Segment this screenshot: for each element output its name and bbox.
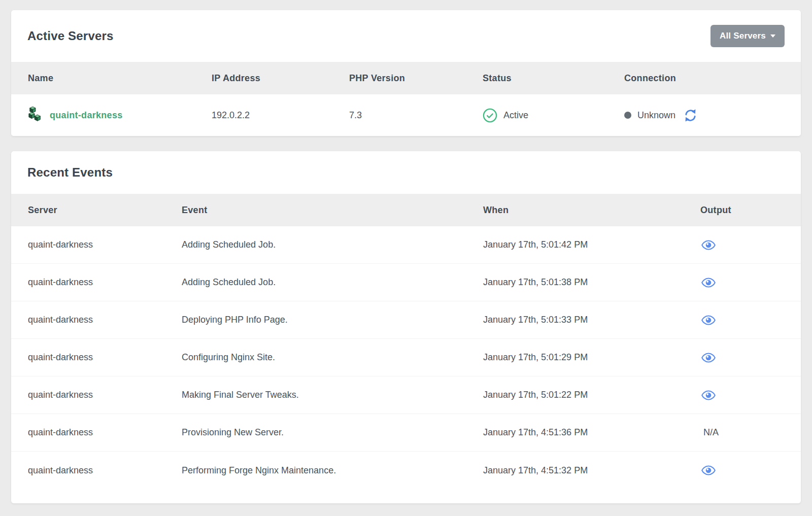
- refresh-connection-icon[interactable]: [684, 109, 697, 122]
- view-output-eye-icon[interactable]: [701, 278, 716, 288]
- column-header-event: Event: [182, 205, 483, 216]
- event-timestamp: January 17th, 4:51:36 PM: [483, 427, 700, 438]
- server-php-version: 7.3: [349, 110, 483, 121]
- server-name-link[interactable]: quaint-darkness: [50, 110, 123, 121]
- view-output-eye-icon[interactable]: [701, 390, 716, 400]
- event-server: quaint-darkness: [11, 427, 182, 438]
- column-header-output: Output: [700, 205, 801, 216]
- view-output-eye-icon[interactable]: [701, 353, 716, 363]
- event-output-cell: [700, 465, 801, 475]
- chevron-down-icon: [770, 35, 775, 38]
- event-timestamp: January 17th, 5:01:22 PM: [483, 390, 700, 400]
- table-row: quaint-darkness 192.0.2.2 7.3 Active Unk…: [11, 94, 801, 136]
- event-description: Provisioning New Server.: [182, 427, 483, 438]
- column-header-server: Server: [11, 205, 182, 216]
- event-description: Making Final Server Tweaks.: [182, 390, 483, 400]
- no-output-label: N/A: [703, 427, 719, 438]
- table-row: quaint-darkness Adding Scheduled Job. Ja…: [11, 264, 801, 301]
- column-header-when: When: [483, 205, 700, 216]
- recent-events-title: Recent Events: [27, 165, 113, 180]
- recent-events-card: Recent Events Server Event When Output q…: [11, 151, 801, 503]
- event-server: quaint-darkness: [11, 239, 182, 250]
- server-icon: [28, 107, 43, 124]
- server-ip: 192.0.2.2: [212, 110, 349, 121]
- table-row: quaint-darkness Deploying PHP Info Page.…: [11, 301, 801, 339]
- server-connection-cell: Unknown: [624, 109, 801, 122]
- event-description: Adding Scheduled Job.: [182, 239, 483, 250]
- active-servers-table-header: Name IP Address PHP Version Status Conne…: [11, 62, 801, 94]
- column-header-status: Status: [483, 73, 624, 84]
- active-servers-title: Active Servers: [27, 29, 114, 43]
- view-output-eye-icon[interactable]: [701, 465, 716, 475]
- status-active-check-icon: [483, 108, 497, 123]
- event-server: quaint-darkness: [11, 465, 182, 476]
- column-header-ip: IP Address: [212, 73, 349, 84]
- event-description: Deploying PHP Info Page.: [182, 315, 483, 325]
- server-connection-label: Unknown: [637, 110, 675, 121]
- column-header-name: Name: [11, 73, 212, 84]
- event-description: Performing Forge Nginx Maintenance.: [182, 465, 483, 476]
- event-description: Configuring Nginx Site.: [182, 352, 483, 363]
- active-servers-card: Active Servers All Servers Name IP Addre…: [11, 10, 801, 136]
- table-row: quaint-darkness Performing Forge Nginx M…: [11, 452, 801, 489]
- event-output-cell: [700, 240, 801, 250]
- connection-status-dot-icon: [624, 112, 631, 119]
- event-timestamp: January 17th, 5:01:29 PM: [483, 352, 700, 363]
- event-description: Adding Scheduled Job.: [182, 277, 483, 288]
- event-timestamp: January 17th, 5:01:38 PM: [483, 277, 700, 288]
- recent-events-header: Recent Events: [11, 151, 801, 194]
- event-timestamp: January 17th, 5:01:33 PM: [483, 315, 700, 325]
- event-server: quaint-darkness: [11, 315, 182, 325]
- view-output-eye-icon[interactable]: [701, 315, 716, 325]
- event-server: quaint-darkness: [11, 277, 182, 288]
- table-row: quaint-darkness Configuring Nginx Site. …: [11, 339, 801, 376]
- all-servers-dropdown-button[interactable]: All Servers: [710, 25, 785, 47]
- event-server: quaint-darkness: [11, 390, 182, 400]
- recent-events-table-header: Server Event When Output: [11, 194, 801, 226]
- table-row: quaint-darkness Making Final Server Twea…: [11, 376, 801, 414]
- event-output-cell: [700, 353, 801, 363]
- event-output-cell: [700, 315, 801, 325]
- column-header-php-version: PHP Version: [349, 73, 483, 84]
- active-servers-header: Active Servers All Servers: [11, 10, 801, 62]
- server-status-cell: Active: [483, 108, 624, 123]
- server-status-label: Active: [503, 110, 528, 121]
- view-output-eye-icon[interactable]: [701, 240, 716, 250]
- event-timestamp: January 17th, 5:01:42 PM: [483, 239, 700, 250]
- event-server: quaint-darkness: [11, 352, 182, 363]
- event-timestamp: January 17th, 4:51:32 PM: [483, 465, 700, 476]
- table-row: quaint-darkness Provisioning New Server.…: [11, 414, 801, 452]
- recent-events-table-body: quaint-darkness Adding Scheduled Job. Ja…: [11, 226, 801, 489]
- column-header-connection: Connection: [624, 73, 801, 84]
- server-name-cell: quaint-darkness: [11, 107, 212, 124]
- event-output-cell: N/A: [700, 427, 801, 438]
- event-output-cell: [700, 390, 801, 400]
- all-servers-dropdown-label: All Servers: [720, 31, 766, 41]
- event-output-cell: [700, 278, 801, 288]
- table-row: quaint-darkness Adding Scheduled Job. Ja…: [11, 226, 801, 264]
